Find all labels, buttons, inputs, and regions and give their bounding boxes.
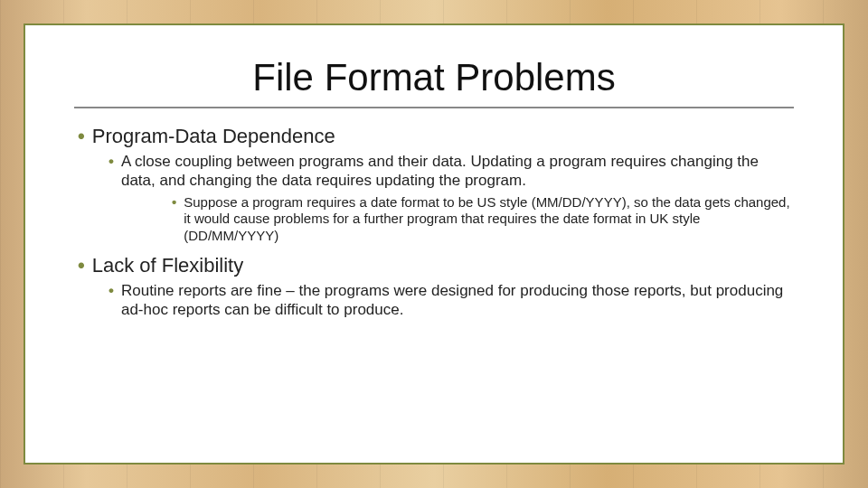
list-item: • Suppose a program requires a date form… (172, 194, 794, 245)
list-item-text: Routine reports are fine – the programs … (121, 281, 794, 320)
list-item: • Routine reports are fine – the program… (108, 281, 794, 320)
slide-background: File Format Problems • Program-Data Depe… (0, 0, 868, 488)
list-item: • A close coupling between programs and … (108, 152, 794, 245)
list-item-text: Suppose a program requires a date format… (184, 194, 794, 245)
bullet-icon: • (108, 281, 114, 320)
list-item-text: Lack of Flexibility (92, 254, 794, 277)
slide-panel: File Format Problems • Program-Data Depe… (24, 23, 844, 465)
bullet-icon: • (172, 194, 176, 245)
slide-title: File Format Problems (74, 56, 794, 99)
list-item-text: Program-Data Dependence (92, 125, 794, 148)
list-item: • Program-Data Dependence • A close coup… (74, 125, 794, 245)
bullet-icon: • (78, 254, 85, 277)
list-item-text: A close coupling between programs and th… (121, 152, 794, 191)
bullet-icon: • (108, 152, 114, 191)
bullet-icon: • (78, 125, 85, 148)
title-rule (74, 107, 794, 108)
list-item: • Lack of Flexibility • Routine reports … (74, 254, 794, 320)
bullet-list: • Program-Data Dependence • A close coup… (74, 125, 794, 319)
